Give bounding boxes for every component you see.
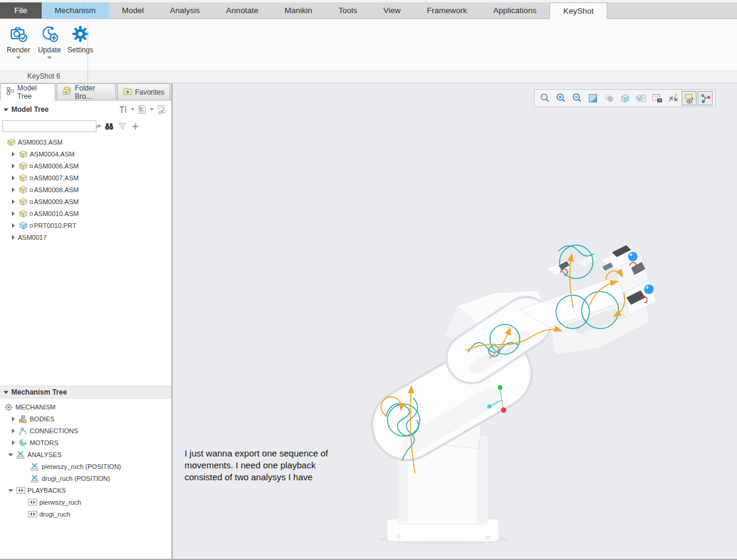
- tab-view[interactable]: View: [370, 2, 414, 18]
- modified-marker: [30, 165, 33, 168]
- tab-favorites[interactable]: Favorites: [117, 83, 170, 100]
- toolbar-repaint-button[interactable]: [585, 91, 600, 105]
- expand-arrow-icon[interactable]: [8, 152, 18, 157]
- collapse-arrow-icon[interactable]: [6, 489, 15, 492]
- tree-settings-dropdown-arrow[interactable]: [150, 108, 154, 111]
- tree-row-asm0007[interactable]: ASM0007.ASM: [0, 172, 171, 184]
- settings-button[interactable]: Settings: [67, 21, 94, 70]
- expand-arrow-icon[interactable]: [8, 164, 18, 168]
- mech-row-playbacks[interactable]: PLAYBACKS: [0, 484, 171, 496]
- add-filter-icon[interactable]: [129, 120, 142, 133]
- mech-row-playback-pierwszy[interactable]: pierwszy_ruch: [0, 496, 171, 508]
- tab-model[interactable]: Model: [109, 2, 157, 18]
- expand-arrow-icon[interactable]: [8, 199, 18, 204]
- toolbar-zoom-in-button[interactable]: [553, 91, 568, 105]
- toolbar-image-capture-button[interactable]: [649, 91, 664, 105]
- tree-search-row: ×: [0, 118, 171, 134]
- tree-row-asm0009[interactable]: ASM0009.ASM: [0, 196, 171, 208]
- update-button[interactable]: Update: [36, 21, 63, 70]
- tree-row-asm0006[interactable]: ASM0006.ASM: [0, 160, 171, 172]
- mech-row-label: BODIES: [30, 415, 55, 423]
- tab-applications[interactable]: Applications: [480, 2, 550, 18]
- expand-arrow-icon[interactable]: [8, 417, 18, 421]
- mech-row-label: CONNECTIONS: [30, 427, 78, 434]
- tab-file[interactable]: File: [0, 2, 42, 18]
- tab-model-tree[interactable]: Model Tree: [0, 83, 55, 101]
- tab-analysis[interactable]: Analysis: [157, 2, 213, 18]
- tree-tools-dropdown-arrow[interactable]: [131, 108, 135, 111]
- collapse-mechanism-tree-icon[interactable]: [4, 391, 8, 394]
- part-icon: [18, 221, 28, 230]
- viewport-note: I just wanna export one sequence of move…: [185, 448, 345, 483]
- assembly-icon: [18, 186, 28, 194]
- expand-arrow-icon[interactable]: [8, 223, 18, 228]
- toolbar-datum-display-button[interactable]: [666, 91, 680, 105]
- tab-mechanism[interactable]: Mechanism: [42, 2, 109, 18]
- mech-row-analysis-pierwszy[interactable]: pierwszy_ruch (POSITION): [0, 461, 171, 473]
- tree-row-asm0010[interactable]: ASM0010.ASM: [0, 208, 171, 220]
- collapse-model-tree-icon[interactable]: [4, 108, 8, 111]
- mech-row-bodies[interactable]: BODIES: [0, 413, 171, 425]
- expand-arrow-icon[interactable]: [8, 176, 18, 180]
- find-binoculars-icon[interactable]: [102, 120, 115, 133]
- filter-funnel-icon[interactable]: [115, 120, 129, 133]
- expand-arrow-icon[interactable]: [8, 235, 18, 240]
- toolbar-spin-center-button[interactable]: [698, 91, 713, 105]
- tree-row-label: ASM0008.ASM: [34, 186, 79, 193]
- mechanism-tree-header: Mechanism Tree: [0, 386, 171, 399]
- toolbar-zoom-region-button[interactable]: [537, 91, 552, 105]
- mech-row-analyses[interactable]: ANALYSES: [0, 449, 171, 461]
- tab-annotate[interactable]: Annotate: [213, 2, 271, 18]
- toolbar-annotation-display-button[interactable]: [682, 91, 697, 105]
- assembly-icon: [18, 209, 28, 218]
- tree-row-asm0004[interactable]: ASM0004.ASM: [0, 148, 171, 160]
- mech-row-label: ANALYSES: [27, 451, 61, 458]
- tree-row-label: ASM0017: [18, 234, 46, 241]
- collapse-arrow-icon[interactable]: [6, 453, 15, 456]
- tree-row-prt0010[interactable]: PRT0010.PRT: [0, 220, 171, 231]
- tree-search-input[interactable]: [3, 121, 92, 131]
- tab-keyshot[interactable]: KeyShot: [549, 2, 607, 19]
- tree-row-label: ASM0010.ASM: [34, 210, 79, 217]
- toolbar-zoom-out-button[interactable]: [569, 91, 584, 105]
- render-button[interactable]: Render: [5, 21, 32, 70]
- mech-row-playback-drugi[interactable]: drugi_ruch: [0, 508, 171, 520]
- assembly-icon: [18, 162, 28, 170]
- expand-arrow-icon[interactable]: [8, 211, 18, 216]
- tab-tools[interactable]: Tools: [325, 2, 370, 18]
- update-dropdown-arrow[interactable]: [47, 57, 52, 59]
- toolbar-shading-style-button[interactable]: [601, 91, 616, 105]
- tab-manikin[interactable]: Manikin: [271, 2, 326, 18]
- mech-row-analysis-drugi[interactable]: drugi_ruch (POSITION): [0, 473, 171, 484]
- assembly-icon: [6, 138, 16, 146]
- tree-settings-list-icon[interactable]: [136, 103, 149, 116]
- tree-row-label: ASM0006.ASM: [34, 162, 79, 170]
- tab-folder-browser[interactable]: Folder Bro...: [57, 83, 116, 100]
- mech-row-label: pierwszy_ruch (POSITION): [42, 463, 121, 470]
- robot-model-3d[interactable]: [173, 83, 737, 559]
- mech-row-label: MOTORS: [30, 439, 58, 446]
- zoom-region-icon: [539, 92, 551, 104]
- tree-tools-icon[interactable]: [117, 103, 130, 116]
- toolbar-view-manager-button[interactable]: [633, 91, 648, 105]
- ribbon: Render Update: [0, 19, 737, 83]
- search-dropdown-arrow[interactable]: [98, 125, 101, 127]
- mech-row-connections[interactable]: CONNECTIONS: [0, 425, 171, 437]
- assembly-icon: [18, 150, 28, 158]
- navigator-panel: Model Tree Folder Bro...: [0, 83, 171, 559]
- note-line-1: I just wanna export one sequence of: [185, 448, 345, 459]
- tree-row-asm0003[interactable]: ASM0003.ASM: [0, 136, 171, 148]
- tree-row-asm0008[interactable]: ASM0008.ASM: [0, 184, 171, 196]
- tree-row-asm0017[interactable]: ASM0017: [0, 231, 171, 243]
- expand-arrow-icon[interactable]: [8, 440, 18, 445]
- tree-row-label: ASM0009.ASM: [34, 198, 79, 205]
- show-columns-icon[interactable]: [155, 103, 168, 116]
- expand-arrow-icon[interactable]: [8, 187, 18, 192]
- mech-row-mechanism[interactable]: MECHANISM: [0, 401, 171, 413]
- tab-framework[interactable]: Framework: [414, 2, 480, 18]
- graphics-viewport[interactable]: I just wanna export one sequence of move…: [173, 83, 737, 559]
- render-dropdown-arrow[interactable]: [16, 57, 21, 59]
- expand-arrow-icon[interactable]: [8, 428, 18, 433]
- toolbar-display-style-button[interactable]: [617, 91, 632, 105]
- mech-row-motors[interactable]: MOTORS: [0, 437, 171, 449]
